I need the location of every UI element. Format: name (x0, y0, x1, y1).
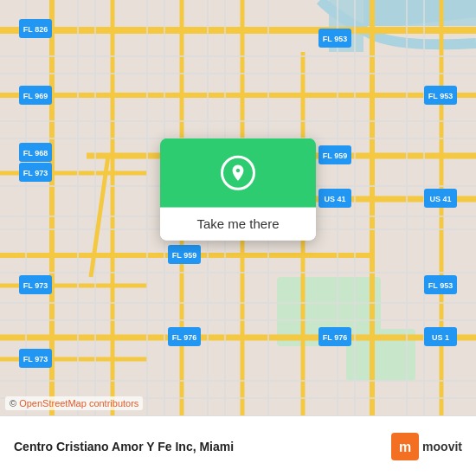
svg-text:FL 973: FL 973 (23, 281, 48, 290)
copyright-symbol: © (10, 398, 16, 408)
svg-text:m: m (399, 440, 411, 454)
svg-text:US 1: US 1 (432, 333, 449, 342)
svg-text:FL 959: FL 959 (172, 251, 196, 260)
popup-card-top (160, 138, 316, 208)
svg-text:FL 973: FL 973 (23, 355, 48, 363)
svg-text:FL 973: FL 973 (23, 169, 48, 177)
svg-text:FL 953: FL 953 (428, 281, 453, 290)
svg-text:FL 976: FL 976 (323, 333, 347, 342)
moovit-logo: m moovit (391, 433, 462, 460)
svg-text:FL 953: FL 953 (323, 35, 347, 43)
svg-text:FL 968: FL 968 (23, 149, 48, 158)
svg-text:FL 959: FL 959 (323, 151, 347, 160)
svg-text:FL 976: FL 976 (172, 333, 196, 342)
osm-link[interactable]: OpenStreetMap contributors (19, 398, 138, 408)
info-bar: Centro Cristiano Amor Y Fe Inc, Miami m … (0, 415, 476, 476)
moovit-text: moovit (422, 440, 462, 453)
popup-card: Take me there (160, 138, 316, 241)
svg-text:US 41: US 41 (429, 195, 451, 203)
svg-text:FL 826: FL 826 (23, 25, 48, 34)
svg-text:FL 969: FL 969 (23, 92, 48, 100)
bottom-row: Centro Cristiano Amor Y Fe Inc, Miami m … (14, 433, 462, 460)
map-container[interactable]: FL 826 FL 969 FL 959 FL 968 FL 973 US 41… (0, 0, 476, 415)
bottom-bar-content: Centro Cristiano Amor Y Fe Inc, Miami m … (14, 433, 462, 460)
svg-text:US 41: US 41 (324, 195, 345, 203)
place-name: Centro Cristiano Amor Y Fe Inc, Miami (14, 440, 391, 453)
svg-text:FL 953: FL 953 (428, 92, 453, 100)
location-pin-icon (221, 156, 255, 190)
moovit-m-icon: m (391, 433, 419, 460)
popup-card-bottom[interactable]: Take me there (160, 208, 316, 241)
take-me-there-button[interactable]: Take me there (196, 216, 279, 231)
map-attribution: © OpenStreetMap contributors (5, 396, 143, 410)
